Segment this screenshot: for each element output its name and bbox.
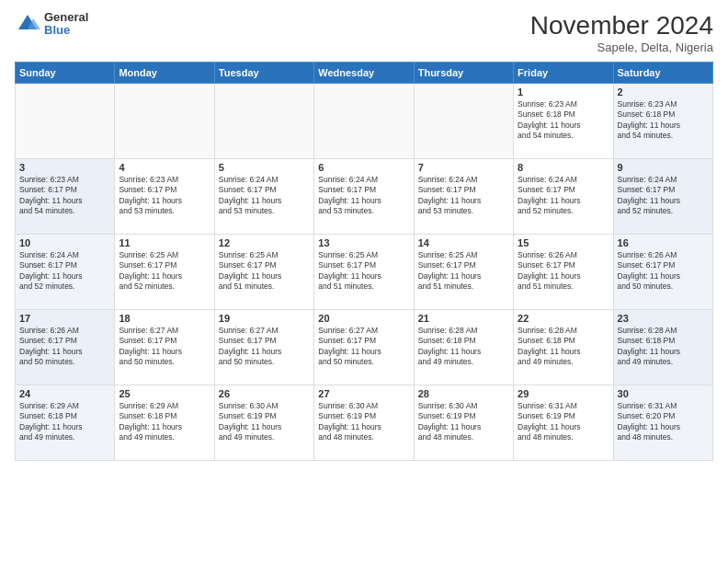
table-row: 26Sunrise: 6:30 AM Sunset: 6:19 PM Dayli… (214, 385, 313, 461)
day-number: 18 (119, 313, 210, 324)
table-row: 4Sunrise: 6:23 AM Sunset: 6:17 PM Daylig… (115, 159, 214, 235)
day-info: Sunrise: 6:23 AM Sunset: 6:17 PM Dayligh… (19, 175, 110, 217)
day-number: 27 (318, 388, 409, 399)
day-info: Sunrise: 6:27 AM Sunset: 6:17 PM Dayligh… (219, 326, 310, 368)
header-thursday: Thursday (414, 63, 513, 84)
day-info: Sunrise: 6:29 AM Sunset: 6:18 PM Dayligh… (119, 401, 210, 443)
table-row: 24Sunrise: 6:29 AM Sunset: 6:18 PM Dayli… (16, 385, 115, 461)
table-row (414, 84, 513, 159)
table-row: 23Sunrise: 6:28 AM Sunset: 6:18 PM Dayli… (613, 310, 712, 385)
table-row: 3Sunrise: 6:23 AM Sunset: 6:17 PM Daylig… (16, 159, 115, 235)
day-number: 25 (119, 388, 210, 399)
table-row: 18Sunrise: 6:27 AM Sunset: 6:17 PM Dayli… (115, 310, 214, 385)
table-row: 20Sunrise: 6:27 AM Sunset: 6:17 PM Dayli… (314, 310, 414, 385)
table-row: 19Sunrise: 6:27 AM Sunset: 6:17 PM Dayli… (214, 310, 313, 385)
day-number: 13 (318, 237, 409, 248)
day-info: Sunrise: 6:26 AM Sunset: 6:17 PM Dayligh… (518, 250, 609, 293)
day-number: 16 (618, 237, 709, 248)
table-row (314, 84, 414, 159)
table-row: 22Sunrise: 6:28 AM Sunset: 6:18 PM Dayli… (514, 310, 613, 385)
table-row: 8Sunrise: 6:24 AM Sunset: 6:17 PM Daylig… (514, 159, 613, 235)
day-number: 8 (518, 162, 609, 173)
day-number: 17 (19, 313, 110, 324)
day-number: 29 (518, 388, 609, 399)
day-info: Sunrise: 6:28 AM Sunset: 6:18 PM Dayligh… (418, 326, 509, 368)
month-title: November 2024 (530, 11, 713, 40)
header-tuesday: Tuesday (214, 63, 313, 84)
day-info: Sunrise: 6:25 AM Sunset: 6:17 PM Dayligh… (418, 250, 509, 293)
logo: General Blue (15, 11, 88, 38)
day-info: Sunrise: 6:30 AM Sunset: 6:19 PM Dayligh… (219, 401, 310, 443)
day-info: Sunrise: 6:30 AM Sunset: 6:19 PM Dayligh… (418, 401, 509, 443)
day-number: 14 (418, 237, 509, 248)
table-row: 5Sunrise: 6:24 AM Sunset: 6:17 PM Daylig… (214, 159, 313, 235)
header-sunday: Sunday (16, 63, 115, 84)
day-number: 11 (119, 237, 210, 248)
day-info: Sunrise: 6:31 AM Sunset: 6:20 PM Dayligh… (618, 401, 709, 443)
day-info: Sunrise: 6:29 AM Sunset: 6:18 PM Dayligh… (19, 401, 110, 443)
day-number: 1 (518, 86, 609, 98)
day-info: Sunrise: 6:31 AM Sunset: 6:19 PM Dayligh… (518, 401, 609, 443)
day-number: 3 (19, 162, 110, 173)
table-row: 7Sunrise: 6:24 AM Sunset: 6:17 PM Daylig… (414, 159, 513, 235)
day-info: Sunrise: 6:24 AM Sunset: 6:17 PM Dayligh… (19, 250, 110, 293)
day-info: Sunrise: 6:24 AM Sunset: 6:17 PM Dayligh… (219, 175, 310, 217)
day-info: Sunrise: 6:23 AM Sunset: 6:18 PM Dayligh… (518, 99, 609, 142)
table-row: 10Sunrise: 6:24 AM Sunset: 6:17 PM Dayli… (16, 235, 115, 310)
day-number: 19 (219, 313, 310, 324)
day-number: 30 (618, 388, 709, 399)
table-row: 12Sunrise: 6:25 AM Sunset: 6:17 PM Dayli… (214, 235, 313, 310)
day-number: 24 (19, 388, 110, 399)
day-number: 5 (219, 162, 310, 173)
table-row: 6Sunrise: 6:24 AM Sunset: 6:17 PM Daylig… (314, 159, 414, 235)
day-info: Sunrise: 6:27 AM Sunset: 6:17 PM Dayligh… (318, 326, 409, 368)
location: Sapele, Delta, Nigeria (530, 40, 713, 54)
day-info: Sunrise: 6:25 AM Sunset: 6:17 PM Dayligh… (119, 250, 210, 293)
table-row: 15Sunrise: 6:26 AM Sunset: 6:17 PM Dayli… (514, 235, 613, 310)
day-number: 21 (418, 313, 509, 324)
table-row: 11Sunrise: 6:25 AM Sunset: 6:17 PM Dayli… (115, 235, 214, 310)
day-number: 4 (119, 162, 210, 173)
table-row: 14Sunrise: 6:25 AM Sunset: 6:17 PM Dayli… (414, 235, 513, 310)
calendar-week-row: 24Sunrise: 6:29 AM Sunset: 6:18 PM Dayli… (16, 385, 713, 461)
day-info: Sunrise: 6:28 AM Sunset: 6:18 PM Dayligh… (518, 326, 609, 368)
day-number: 12 (219, 237, 310, 248)
logo-general-text: General (44, 11, 88, 24)
day-number: 20 (318, 313, 409, 324)
day-number: 26 (219, 388, 310, 399)
table-row: 16Sunrise: 6:26 AM Sunset: 6:17 PM Dayli… (613, 235, 712, 310)
table-row: 21Sunrise: 6:28 AM Sunset: 6:18 PM Dayli… (414, 310, 513, 385)
day-info: Sunrise: 6:27 AM Sunset: 6:17 PM Dayligh… (119, 326, 210, 368)
calendar-week-row: 17Sunrise: 6:26 AM Sunset: 6:17 PM Dayli… (16, 310, 713, 385)
day-number: 7 (418, 162, 509, 173)
calendar-week-row: 3Sunrise: 6:23 AM Sunset: 6:17 PM Daylig… (16, 159, 713, 235)
day-info: Sunrise: 6:30 AM Sunset: 6:19 PM Dayligh… (318, 401, 409, 443)
day-info: Sunrise: 6:23 AM Sunset: 6:18 PM Dayligh… (618, 99, 709, 142)
day-info: Sunrise: 6:24 AM Sunset: 6:17 PM Dayligh… (518, 175, 609, 217)
day-number: 22 (518, 313, 609, 324)
table-row: 9Sunrise: 6:24 AM Sunset: 6:17 PM Daylig… (613, 159, 712, 235)
table-row: 17Sunrise: 6:26 AM Sunset: 6:17 PM Dayli… (16, 310, 115, 385)
day-number: 2 (618, 86, 709, 98)
table-row: 30Sunrise: 6:31 AM Sunset: 6:20 PM Dayli… (613, 385, 712, 461)
table-row: 1Sunrise: 6:23 AM Sunset: 6:18 PM Daylig… (514, 84, 613, 159)
table-row: 28Sunrise: 6:30 AM Sunset: 6:19 PM Dayli… (414, 385, 513, 461)
header-wednesday: Wednesday (314, 63, 414, 84)
header-monday: Monday (115, 63, 214, 84)
day-number: 15 (518, 237, 609, 248)
table-row: 29Sunrise: 6:31 AM Sunset: 6:19 PM Dayli… (514, 385, 613, 461)
day-info: Sunrise: 6:23 AM Sunset: 6:17 PM Dayligh… (119, 175, 210, 217)
calendar: Sunday Monday Tuesday Wednesday Thursday… (15, 62, 713, 461)
table-row (16, 84, 115, 159)
day-number: 9 (618, 162, 709, 173)
calendar-week-row: 10Sunrise: 6:24 AM Sunset: 6:17 PM Dayli… (16, 235, 713, 310)
day-info: Sunrise: 6:24 AM Sunset: 6:17 PM Dayligh… (618, 175, 709, 217)
day-info: Sunrise: 6:25 AM Sunset: 6:17 PM Dayligh… (219, 250, 310, 293)
day-info: Sunrise: 6:26 AM Sunset: 6:17 PM Dayligh… (618, 250, 709, 293)
day-number: 23 (618, 313, 709, 324)
table-row (115, 84, 214, 159)
day-info: Sunrise: 6:24 AM Sunset: 6:17 PM Dayligh… (418, 175, 509, 217)
logo-icon (15, 11, 40, 37)
day-number: 10 (19, 237, 110, 248)
day-info: Sunrise: 6:24 AM Sunset: 6:17 PM Dayligh… (318, 175, 409, 217)
